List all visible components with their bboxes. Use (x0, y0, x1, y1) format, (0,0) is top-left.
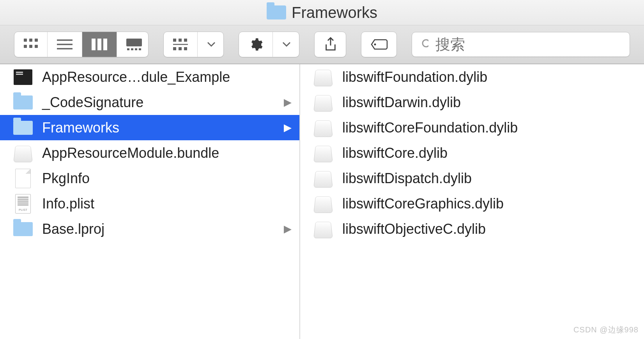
svg-rect-17 (173, 39, 176, 42)
item-label: libswiftDarwin.dylib (342, 94, 461, 111)
view-switcher (14, 32, 149, 57)
exec-icon (14, 69, 32, 85)
folder-icon (13, 222, 33, 236)
svg-rect-3 (24, 45, 27, 48)
item-label: AppResourceModule.bundle (42, 145, 219, 161)
chevron-down-icon (198, 32, 224, 57)
svg-rect-15 (135, 48, 137, 50)
svg-rect-10 (97, 39, 101, 50)
svg-rect-9 (92, 39, 96, 50)
dylib-icon (315, 170, 332, 187)
item-label: AppResource…dule_Example (42, 69, 230, 85)
dylib-icon (315, 94, 332, 111)
gallery-view-button[interactable] (117, 32, 149, 57)
list-item[interactable]: Frameworks▶ (0, 115, 299, 140)
list-item[interactable]: libswiftDarwin.dylib (300, 90, 644, 115)
folder-icon (267, 5, 286, 19)
svg-rect-1 (29, 39, 32, 42)
svg-rect-22 (184, 47, 187, 50)
search-field[interactable] (412, 32, 630, 57)
svg-rect-13 (127, 48, 129, 50)
share-icon (315, 32, 346, 57)
column-view-button[interactable] (82, 32, 117, 57)
tags-button[interactable] (361, 32, 397, 57)
dylib-icon (315, 221, 332, 238)
item-label: libswiftObjectiveC.dylib (342, 221, 486, 237)
action-dropdown[interactable] (239, 32, 299, 57)
watermark: CSDN @边缘998 (573, 325, 639, 335)
item-label: libswiftCore.dylib (342, 145, 448, 161)
item-label: libswiftCoreGraphics.dylib (342, 196, 504, 212)
item-label: Frameworks (42, 120, 119, 136)
icon-view-button[interactable] (14, 32, 48, 57)
share-button[interactable] (314, 32, 346, 57)
search-input[interactable] (435, 36, 620, 53)
plistfile-icon (15, 194, 31, 214)
list-item[interactable]: AppResource…dule_Example (0, 64, 299, 90)
svg-rect-21 (179, 47, 182, 50)
column-browser: AppResource…dule_Example_CodeSignature▶F… (0, 64, 644, 339)
chevron-down-icon (273, 32, 299, 57)
dylib-icon (14, 145, 32, 162)
list-item[interactable]: libswiftFoundation.dylib (300, 64, 644, 90)
column-1: AppResource…dule_Example_CodeSignature▶F… (0, 64, 300, 339)
window-title: Frameworks (292, 4, 377, 21)
svg-rect-0 (24, 39, 27, 42)
docfile-icon (15, 169, 31, 188)
item-label: libswiftFoundation.dylib (342, 69, 487, 85)
dylib-icon (315, 119, 332, 136)
svg-rect-19 (184, 39, 187, 42)
item-label: libswiftCoreFoundation.dylib (342, 120, 518, 136)
group-icon (164, 32, 198, 57)
chevron-right-icon: ▶ (284, 122, 292, 134)
search-icon (421, 39, 428, 50)
svg-rect-14 (131, 48, 133, 50)
svg-rect-20 (173, 47, 176, 50)
folder-icon (13, 95, 33, 109)
chevron-right-icon: ▶ (284, 96, 292, 108)
item-label: Info.plist (42, 196, 94, 212)
list-item[interactable]: libswiftCore.dylib (300, 140, 644, 166)
list-item[interactable]: Info.plist (0, 191, 299, 216)
toolbar (0, 25, 644, 64)
svg-rect-18 (179, 39, 182, 42)
list-item[interactable]: libswiftCoreFoundation.dylib (300, 115, 644, 140)
list-item[interactable]: _CodeSignature▶ (0, 90, 299, 115)
svg-rect-5 (35, 45, 38, 48)
item-label: PkgInfo (42, 170, 90, 187)
gear-icon (239, 32, 273, 57)
item-label: _CodeSignature (42, 94, 143, 111)
svg-rect-4 (29, 45, 32, 48)
svg-point-24 (374, 44, 376, 46)
list-item[interactable]: PkgInfo (0, 166, 299, 191)
column-2: libswiftFoundation.dyliblibswiftDarwin.d… (300, 64, 644, 339)
svg-point-25 (423, 40, 428, 47)
list-item[interactable]: libswiftDispatch.dylib (300, 166, 644, 191)
list-view-button[interactable] (48, 32, 82, 57)
group-dropdown[interactable] (163, 32, 224, 57)
dylib-icon (315, 195, 332, 212)
titlebar: Frameworks (0, 0, 644, 25)
svg-rect-16 (139, 48, 141, 50)
item-label: Base.lproj (42, 221, 104, 237)
dylib-icon (315, 145, 332, 162)
list-item[interactable]: Base.lproj▶ (0, 216, 299, 242)
list-item[interactable]: AppResourceModule.bundle (0, 140, 299, 166)
tag-icon (361, 32, 397, 57)
svg-rect-12 (126, 39, 142, 46)
svg-rect-2 (35, 39, 38, 42)
dylib-icon (315, 69, 332, 86)
list-item[interactable]: libswiftCoreGraphics.dylib (300, 191, 644, 216)
folder-icon (13, 121, 33, 135)
list-item[interactable]: libswiftObjectiveC.dylib (300, 216, 644, 242)
chevron-right-icon: ▶ (284, 223, 292, 235)
svg-rect-11 (103, 39, 107, 50)
item-label: libswiftDispatch.dylib (342, 170, 472, 187)
